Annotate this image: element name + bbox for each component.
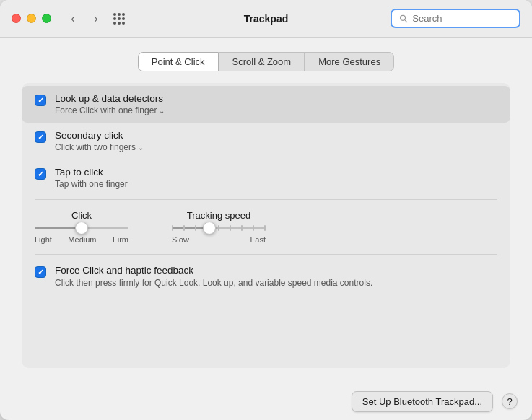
click-label-light: Light xyxy=(35,235,52,244)
setting-title-tap-to-click: Tap to click xyxy=(55,167,128,178)
setting-title-secondary-click: Secondary click xyxy=(55,130,144,141)
divider-2 xyxy=(35,254,497,255)
setting-title-force-click: Force Click and haptic feedback xyxy=(55,265,372,276)
settings-panel: ✓ Look up & data detectors Force Click w… xyxy=(22,83,510,368)
checkbox-secondary-click[interactable]: ✓ xyxy=(35,131,46,143)
click-label-firm: Firm xyxy=(113,235,128,244)
setting-subtitle-force-click: Click then press firmly for Quick Look, … xyxy=(55,277,372,289)
click-tick-labels: Light Medium Firm xyxy=(35,235,128,244)
tracking-tick-labels: Slow Fast xyxy=(172,235,266,244)
nav-buttons: ‹ › xyxy=(63,9,106,29)
setting-title-look-up: Look up & data detectors xyxy=(55,93,165,104)
tab-point-click[interactable]: Point & Click xyxy=(138,52,219,71)
minimize-button[interactable] xyxy=(27,14,36,23)
back-button[interactable]: ‹ xyxy=(63,9,83,29)
grid-icon xyxy=(113,13,125,25)
click-slider-track xyxy=(35,227,128,229)
tracking-slider-group: Tracking speed xyxy=(172,210,266,244)
tracking-label-slow: Slow xyxy=(172,235,189,244)
titlebar: ‹ › Trackpad xyxy=(0,0,532,38)
click-label-medium: Medium xyxy=(68,235,96,244)
tracking-slider-track xyxy=(172,227,266,229)
setting-subtitle-tap-to-click: Tap with one finger xyxy=(55,179,128,189)
tracking-label-fast: Fast xyxy=(250,235,266,244)
forward-button[interactable]: › xyxy=(86,9,106,29)
setting-subtitle-secondary-click: Click with two fingers ⌄ xyxy=(55,142,144,152)
setting-tap-to-click[interactable]: ✓ Tap to click Tap with one finger xyxy=(22,159,510,196)
click-slider-thumb[interactable] xyxy=(75,222,88,235)
click-slider-group: Click Light Medium Firm xyxy=(35,210,128,244)
search-icon xyxy=(399,14,408,24)
click-slider-track-container xyxy=(35,227,128,229)
checkbox-force-click[interactable]: ✓ xyxy=(35,266,46,278)
close-button[interactable] xyxy=(12,14,21,23)
svg-line-1 xyxy=(405,19,407,22)
tracking-slider-track-container xyxy=(172,227,266,229)
sliders-section: Click Light Medium Firm Tr xyxy=(22,203,510,251)
chevron-icon: ⌄ xyxy=(159,107,165,115)
checkbox-look-up[interactable]: ✓ xyxy=(35,95,46,106)
tabs: Point & Click Scroll & Zoom More Gesture… xyxy=(22,52,510,71)
tracking-slider-label: Tracking speed xyxy=(187,210,250,221)
setting-force-click[interactable]: ✓ Force Click and haptic feedback Click … xyxy=(22,258,510,297)
window-title: Trackpad xyxy=(244,13,288,25)
help-button[interactable]: ? xyxy=(502,393,518,409)
maximize-button[interactable] xyxy=(42,14,51,23)
divider-1 xyxy=(35,199,497,200)
tab-more-gestures[interactable]: More Gestures xyxy=(305,52,394,71)
traffic-lights xyxy=(12,14,51,23)
checkbox-tap-to-click[interactable]: ✓ xyxy=(35,168,46,180)
search-bar[interactable] xyxy=(391,9,520,28)
window: ‹ › Trackpad Point & Click Scroll & Zoom… xyxy=(0,0,532,420)
tracking-slider-thumb[interactable] xyxy=(203,222,216,235)
tab-scroll-zoom[interactable]: Scroll & Zoom xyxy=(219,52,305,71)
setting-look-up[interactable]: ✓ Look up & data detectors Force Click w… xyxy=(22,86,510,123)
bluetooth-trackpad-button[interactable]: Set Up Bluetooth Trackpad... xyxy=(352,391,493,412)
chevron-icon-2: ⌄ xyxy=(138,144,144,152)
grid-button[interactable] xyxy=(109,9,129,29)
footer: Set Up Bluetooth Trackpad... ? xyxy=(0,382,532,420)
content: Point & Click Scroll & Zoom More Gesture… xyxy=(0,38,532,382)
setting-secondary-click[interactable]: ✓ Secondary click Click with two fingers… xyxy=(22,123,510,159)
click-slider-label: Click xyxy=(71,210,92,221)
search-input[interactable] xyxy=(412,13,512,24)
setting-subtitle-look-up: Force Click with one finger ⌄ xyxy=(55,105,165,115)
